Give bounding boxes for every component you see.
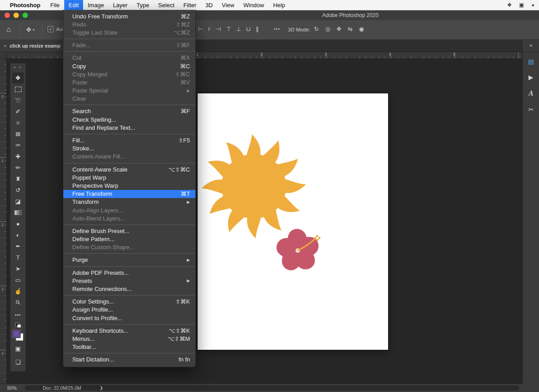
menu-item-copy-merged[interactable]: Copy Merged⇧⌘C [63,70,195,78]
menu-item-paste[interactable]: Paste⌘V [63,78,195,86]
distribute-icon[interactable]: ∥ [256,26,259,32]
menu-item-auto-align-layers[interactable]: Auto-Align Layers... [63,206,195,214]
actions-play-icon[interactable]: ▶ [529,74,534,81]
character-styles-icon[interactable]: A [529,89,534,97]
expand-panels-icon[interactable]: « [523,40,539,53]
crop-tool[interactable]: ⌗ [12,117,24,128]
tools-panel-collapse-icon[interactable]: » [19,65,21,70]
menu-item-transform[interactable]: Transform▶ [63,198,195,206]
menu-item-purge[interactable]: Purge▶ [63,256,195,264]
menu-item-content-aware-fill[interactable]: Content-Aware Fill... [63,153,195,161]
menu-item-stroke[interactable]: Stroke... [63,145,195,153]
current-tool-icon[interactable]: ✥▾ [26,26,35,33]
history-brush-tool[interactable]: ↺ [12,185,24,196]
gradient-tool[interactable] [12,207,24,218]
default-colors-icon[interactable] [15,323,21,328]
home-icon[interactable]: ⌂ [6,25,11,34]
menu-item-define-pattern[interactable]: Define Pattern... [63,235,195,243]
options-more-icon[interactable]: ••• [274,26,280,31]
healing-brush-tool[interactable]: ✚ [12,151,24,162]
document-tab[interactable]: × click up resize examp [0,40,66,52]
menu-item-fade[interactable]: Fade...⇧⌘F [63,41,195,49]
menu-item-copy[interactable]: Copy⌘C [63,62,195,70]
blur-tool[interactable]: ● [12,218,24,229]
menu-item-check-spelling[interactable]: Check Spelling... [63,115,195,123]
menu-item-perspective-warp[interactable]: Perspective Warp [63,181,195,189]
menubar-item-file[interactable]: File [46,0,64,10]
menubar-item-view[interactable]: View [217,0,239,10]
close-window-button[interactable] [4,13,10,18]
3d-camera-icon[interactable]: ◉ [359,26,364,32]
menu-item-redo[interactable]: Redo⇧⌘Z [63,20,195,28]
menu-item-presets[interactable]: Presets▶ [63,277,195,285]
menu-item-keyboard-shortcuts[interactable]: Keyboard Shortcuts...⌥⇧⌘K [63,326,195,335]
menubar-item-select[interactable]: Select [154,0,179,10]
menu-item-cut[interactable]: Cut⌘X [63,54,195,62]
menu-item-fill[interactable]: Fill...⇧F5 [63,136,195,144]
menubar-item-layer[interactable]: Layer [108,0,132,10]
rectangular-marquee-tool[interactable] [12,84,24,95]
dropbox-icon[interactable]: ❖ [507,2,512,8]
menu-item-convert-to-profile[interactable]: Convert to Profile... [63,314,195,322]
path-selection-tool[interactable]: ➤ [12,263,24,274]
menu-item-undo-free-transform[interactable]: Undo Free Transform⌘Z [63,12,195,20]
scissors-icon[interactable]: ✂ [528,106,534,113]
quick-mask-button[interactable]: ▣ [12,343,24,354]
menu-item-search[interactable]: Search⌘F [63,107,195,115]
app-menu-photoshop[interactable]: Photoshop [0,0,46,10]
quick-selection-tool[interactable]: ✐ [12,106,24,117]
align-vertical-centers-icon[interactable]: ⊥ [236,26,241,32]
align-top-edges-icon[interactable]: ⊤ [226,26,231,32]
align-horizontal-centers-icon[interactable]: ⊦ [208,26,211,32]
move-tool[interactable]: ✥ [12,72,24,84]
menu-item-find-and-replace-text[interactable]: Find and Replace Text... [63,123,195,132]
menu-item-free-transform[interactable]: Free Transform⌘T [63,190,195,198]
rectangle-tool[interactable]: ▭ [12,274,24,286]
clock-icon[interactable]: ◕ [531,2,535,8]
menu-item-menus[interactable]: Menus...⌥⇧⌘M [63,335,195,343]
menu-item-start-dictation[interactable]: Start Dictation...fn fn [63,356,195,364]
align-bottom-edges-icon[interactable]: ⊔ [246,26,251,32]
3d-slide-icon[interactable]: ⇆ [348,26,353,32]
menu-item-paste-special[interactable]: Paste Special▶ [63,87,195,95]
menu-item-color-settings[interactable]: Color Settings...⇧⌘K [63,298,195,306]
zoom-level[interactable]: 50% [7,385,17,391]
menu-item-auto-blend-layers[interactable]: Auto-Blend Layers... [63,214,195,222]
align-left-edges-icon[interactable]: ⊢ [198,26,203,32]
clone-stamp-tool[interactable]: ♜ [12,173,24,185]
eraser-tool[interactable]: ◪ [12,196,24,207]
menu-item-assign-profile[interactable]: Assign Profile... [63,306,195,314]
lasso-tool[interactable]: ➰ [12,95,24,106]
edit-toolbar-icon[interactable]: ••• [12,309,24,321]
status-chevron-icon[interactable]: ❯ [100,385,103,391]
tab-close-icon[interactable]: × [4,43,6,48]
fullscreen-window-button[interactable] [22,13,28,18]
3d-rotate-icon[interactable]: ↻ [314,26,319,32]
menubar-item-3d[interactable]: 3D [201,0,217,10]
menubar-item-window[interactable]: Window [239,0,269,10]
dodge-tool[interactable]: ◐ [12,229,24,241]
status-track[interactable]: Doc: 22.0M/25.0M ❯ [25,385,519,391]
minimize-window-button[interactable] [13,13,19,18]
document-canvas[interactable] [198,93,388,350]
menu-item-toggle-last-state[interactable]: Toggle Last State⌥⌘Z [63,28,195,36]
menubar-item-type[interactable]: Type [132,0,154,10]
eyedropper-tool[interactable]: ✑ [12,140,24,151]
menu-item-adobe-pdf-presets[interactable]: Adobe PDF Presets... [63,269,195,277]
menu-item-content-aware-scale[interactable]: Content-Aware Scale⌥⇧⌘C [63,165,195,173]
menubar-item-image[interactable]: Image [83,0,108,10]
pen-tool[interactable]: ✒ [12,241,24,252]
frame-tool[interactable]: ⊠ [12,128,24,140]
3d-roll-icon[interactable]: ◎ [325,26,330,32]
screen-mode-button[interactable]: ❏ [12,357,24,368]
brush-tool[interactable]: ✏ [12,162,24,173]
align-right-edges-icon[interactable]: ⊣ [216,26,221,32]
menu-item-puppet-warp[interactable]: Puppet Warp [63,173,195,181]
menu-item-clear[interactable]: Clear [63,95,195,103]
menubar-item-edit[interactable]: Edit [64,0,83,10]
menu-item-define-custom-shape[interactable]: Define Custom Shape... [63,243,195,251]
3d-drag-icon[interactable]: ✥ [336,26,341,32]
menu-item-remote-connections[interactable]: Remote Connections... [63,285,195,293]
foreground-color-swatch[interactable] [13,330,20,338]
notification-icon[interactable]: ▣ [519,2,524,8]
